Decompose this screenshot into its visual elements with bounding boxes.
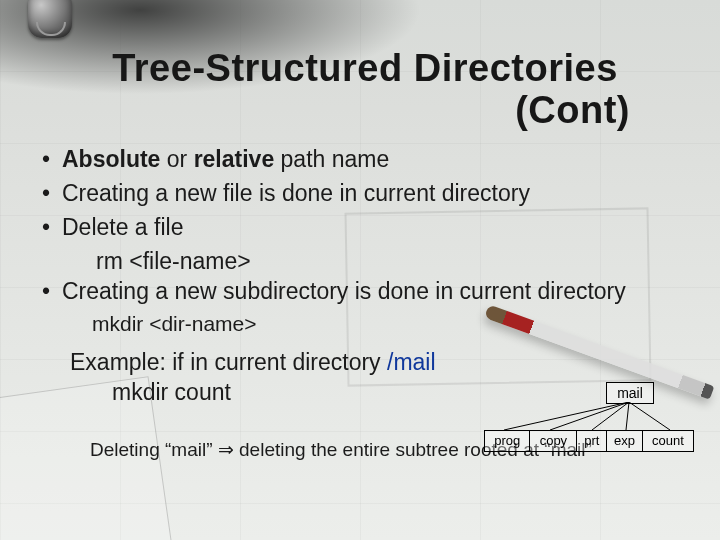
tree-leaf: exp [606, 430, 642, 452]
bullet-list: Absolute or relative path name Creating … [32, 145, 692, 243]
bullet-3: Delete a file [40, 213, 692, 243]
bullet-3-command: rm <file-name> [32, 247, 692, 277]
bullet-2: Creating a new file is done in current d… [40, 179, 692, 209]
tree-leaf: prt [576, 430, 606, 452]
bullet-4-command: mkdir <dir-name> [32, 310, 692, 337]
slide-title: Tree-Structured Directories (Cont) [80, 48, 690, 132]
example-line-1a: Example: if in current directory [70, 349, 387, 375]
bullet-1: Absolute or relative path name [40, 145, 692, 175]
tree-leaves-row: prog copy prt exp count [484, 430, 694, 452]
title-line-2: (Cont) [80, 90, 690, 132]
bullet-1-mid: or [160, 146, 193, 172]
bullet-1-bold-1: Absolute [62, 146, 160, 172]
tree-root-node: mail [606, 382, 654, 404]
bullet-1-tail: path name [274, 146, 389, 172]
slide: Tree-Structured Directories (Cont) Absol… [0, 0, 720, 540]
bullet-4: Creating a new subdirectory is done in c… [40, 277, 692, 307]
directory-tree-diagram: mail prog copy prt exp count [484, 382, 694, 470]
implies-arrow-icon: ⇒ [218, 439, 234, 460]
bullet-list-2: Creating a new subdirectory is done in c… [32, 277, 692, 307]
svg-line-1 [550, 402, 629, 430]
example-line-1: Example: if in current directory /mail [70, 348, 692, 378]
tree-leaf: count [642, 430, 694, 452]
title-line-1: Tree-Structured Directories [40, 48, 690, 90]
bullet-1-bold-2: relative [194, 146, 275, 172]
tree-leaf: copy [529, 430, 576, 452]
footer-pre: Deleting “mail” [90, 439, 218, 460]
tree-leaf: prog [484, 430, 529, 452]
binder-clip-icon [28, 0, 72, 38]
tree-edges-icon [484, 402, 694, 432]
svg-line-4 [629, 402, 670, 430]
example-path: /mail [387, 349, 436, 375]
svg-line-3 [626, 402, 629, 430]
